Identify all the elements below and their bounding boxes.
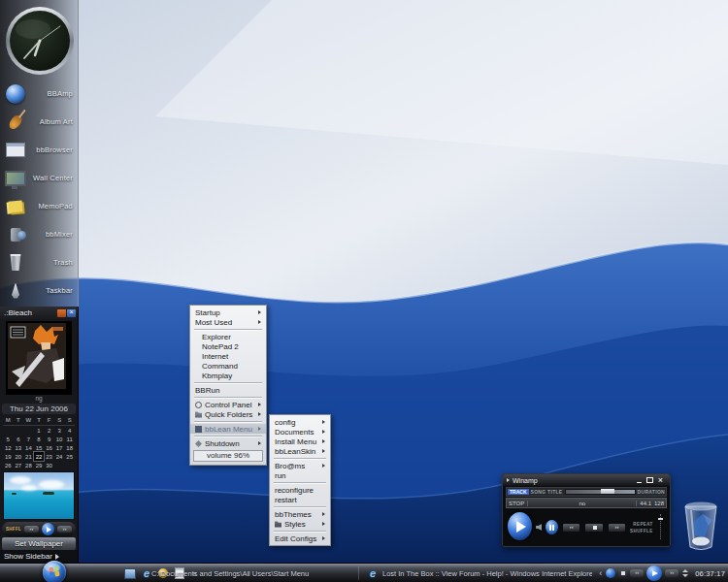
wallpaper-thumbnail[interactable] [3, 471, 75, 520]
volume-slider[interactable] [660, 514, 665, 539]
submenu-arrow-icon [258, 310, 261, 314]
widget-minimize-button[interactable] [57, 309, 66, 317]
tray-spinner[interactable] [682, 569, 688, 577]
menu-item-command[interactable]: Command [190, 361, 266, 371]
dock-item-bbmixer[interactable]: bbMixer [0, 220, 78, 248]
menu-item-bbthemes[interactable]: bbThemes [270, 509, 330, 519]
menu-item-restart[interactable]: restart [270, 495, 330, 504]
maximize-button[interactable] [645, 476, 655, 485]
calendar-day: 20 [14, 452, 24, 461]
recycle-bin-icon[interactable] [679, 497, 722, 553]
taskbar-task[interactable]: C:\Documents and Settings\All Users\Star… [148, 564, 353, 582]
menu-item-reconfigure[interactable]: reconfigure [270, 485, 330, 495]
menu-item-shutdown[interactable]: Shutdown [190, 438, 266, 448]
menu-item-most-used[interactable]: Most Used [190, 317, 266, 327]
menu-item-kbmplay[interactable]: Kbmplay [190, 371, 266, 380]
bblean-submenu: configDocumentsInstall MenubbLeanSkinBro… [269, 414, 331, 546]
calendar-day: 28 [23, 461, 34, 469]
next-track-button[interactable] [608, 523, 626, 533]
dock-item-taskbar[interactable]: Taskbar [0, 276, 78, 305]
submenu-arrow-icon [322, 512, 325, 516]
tray-next-button[interactable] [665, 569, 678, 577]
calendar-day: 2 [44, 426, 54, 435]
next-wallpaper-button[interactable] [57, 526, 72, 533]
calendar-day: 18 [64, 443, 75, 452]
dock-item-bbamp[interactable]: BBAmp [0, 80, 78, 108]
dock-item-album-art[interactable]: Album Art [0, 108, 78, 136]
play-slideshow-button[interactable] [42, 523, 54, 535]
calendar-day: 1 [34, 426, 45, 435]
submenu-arrow-icon [258, 427, 261, 431]
menu-item-quick-folders[interactable]: Quick Folders [190, 409, 266, 419]
menu-triangle-icon [507, 478, 510, 482]
menu-item-bblean-menu[interactable]: bbLean Menu [190, 424, 266, 434]
menu-item-bbrun[interactable]: BBRun [190, 385, 266, 395]
menu-item-bbleanskin[interactable]: bbLeanSkin [270, 446, 330, 456]
calendar-day: 5 [3, 435, 14, 443]
show-sidebar-button[interactable]: Show Sidebar [0, 550, 78, 563]
tray-play-button[interactable] [646, 566, 662, 581]
taskbar: » C:\Documents and Settings\All Users\St… [0, 563, 728, 582]
menu-separator [194, 421, 262, 422]
menu-item-styles[interactable]: Styles [270, 519, 330, 529]
taskbar-task[interactable]: Lost In The Box :: View Forum - Help! - … [367, 564, 592, 582]
menu-separator [274, 506, 326, 507]
shuffle-label[interactable]: SHUFFLE [630, 529, 653, 534]
menu-item-edit-configs[interactable]: Edit Configs [270, 534, 330, 543]
date-display: Thu 22 Jun 2006 [2, 404, 76, 414]
submenu-arrow-icon [258, 412, 261, 416]
menu-item-documents[interactable]: Documents [270, 427, 330, 436]
calendar: MTWTFSS123456789101112131415161718192021… [3, 416, 75, 469]
album-art [6, 321, 72, 395]
system-tray: ‹ 06:37:17 [599, 564, 725, 582]
minimize-button[interactable] [634, 476, 645, 485]
calendar-day [64, 461, 75, 469]
previous-track-button[interactable] [562, 523, 580, 533]
volume-indicator[interactable]: volume 96% [193, 450, 263, 462]
playback-state: STOP [509, 501, 524, 506]
close-button[interactable] [655, 476, 666, 485]
winamp-controls: REPEAT SHUFFLE [503, 509, 670, 540]
previous-wallpaper-button[interactable] [24, 526, 39, 533]
winamp-titlebar[interactable]: Winamp [503, 474, 670, 486]
pause-button[interactable] [546, 520, 558, 534]
calendar-weekday: M [3, 416, 14, 426]
dock-item-bbbrowser[interactable]: bbBrowser [0, 136, 78, 164]
calendar-day: 19 [3, 452, 14, 461]
menu-item-bro-ms[interactable]: Bro@ms [270, 461, 330, 470]
tray-stop-button[interactable] [618, 569, 627, 578]
dock-item-wall-center[interactable]: Wall Center [0, 164, 78, 192]
menu-item-config[interactable]: config [270, 417, 330, 427]
start-button[interactable] [43, 561, 66, 582]
seek-slider[interactable] [565, 489, 636, 495]
tray-winamp-icon[interactable] [606, 568, 615, 578]
play-button[interactable] [508, 512, 532, 540]
tray-previous-button[interactable] [630, 569, 644, 577]
calendar-day: 26 [3, 461, 14, 469]
menu-item-install-menu[interactable]: Install Menu [270, 436, 330, 446]
widget-title: .:Bleach [4, 308, 56, 317]
calendar-day: 11 [64, 435, 75, 443]
shutdown-icon [195, 440, 202, 447]
menu-item-explorer[interactable]: Explorer [190, 332, 266, 341]
set-wallpaper-button[interactable]: Set Wallpaper [2, 537, 76, 550]
menu-item-control-panel[interactable]: Control Panel [190, 400, 266, 409]
calendar-day: 24 [54, 452, 65, 461]
quick-folders-icon [195, 411, 202, 418]
mode-flags[interactable]: REPEAT SHUFFLE [630, 522, 653, 535]
menu-item-notepad-2[interactable]: NotePad 2 [190, 341, 266, 351]
dock-item-trash[interactable]: Trash [0, 248, 78, 276]
styles-folder-icon [275, 521, 281, 528]
dock-item-memopad[interactable]: MemoPad [0, 192, 78, 220]
menu-item-startup[interactable]: Startup [190, 307, 266, 317]
show-desktop-icon[interactable] [124, 567, 136, 579]
song-ticker: ng [0, 395, 78, 403]
tray-collapse-chevron[interactable]: ‹ [599, 568, 602, 578]
menu-item-run[interactable]: run [270, 470, 330, 480]
stop-button[interactable] [584, 523, 603, 533]
menu-item-internet[interactable]: Internet [190, 351, 266, 361]
duration-label: DURATION [638, 489, 665, 495]
repeat-label[interactable]: REPEAT [633, 522, 652, 527]
widget-close-button[interactable] [67, 309, 76, 317]
menu-separator [274, 482, 326, 483]
